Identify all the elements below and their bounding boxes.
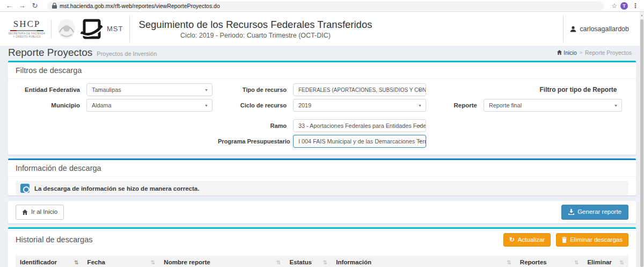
- generate-report-button[interactable]: Generar reporte: [561, 205, 628, 220]
- programa-value: I 004 FAIS Municipal y de las Demarcacio…: [298, 138, 426, 145]
- browser-avatar[interactable]: T: [620, 2, 628, 10]
- chevron-down-icon: ▼: [418, 104, 422, 107]
- bookmark-star-icon[interactable]: ☆: [611, 2, 617, 10]
- programa-select[interactable]: I 004 FAIS Municipal y de las Demarcacio…: [293, 135, 426, 148]
- filters-column-right: Filtro por tipo de Reporte Reporte Repor…: [433, 83, 644, 150]
- eagle-seal-icon: [56, 18, 77, 40]
- sort-icon: ⇅: [574, 259, 579, 265]
- header-divider: [129, 16, 130, 42]
- site-header: SHCP SECRETARÍA DE HACIENDA Y CRÉDITO PÚ…: [0, 12, 644, 46]
- trash-icon: [562, 237, 567, 243]
- column-header-informacion[interactable]: Información ⇅: [332, 256, 516, 267]
- mst-logo: MST: [80, 18, 123, 40]
- download-info-panel: Información de descarga La descarga de i…: [8, 158, 636, 196]
- scrollbar-up-icon[interactable]: ▲: [640, 12, 644, 17]
- column-header-eliminar[interactable]: Eliminar ⇅: [583, 256, 628, 267]
- breadcrumb-home-link[interactable]: Inicio: [557, 49, 577, 56]
- entidad-select[interactable]: Tamaulipas ▼: [86, 83, 213, 96]
- sort-icon: ⇅: [74, 259, 78, 265]
- ramo-label: Ramo: [218, 122, 293, 129]
- breadcrumb-current: Reporte Proyectos: [585, 49, 632, 56]
- column-header-identificador[interactable]: Identificador ⇅: [16, 256, 83, 267]
- breadcrumb-home-label: Inicio: [564, 49, 577, 56]
- shcp-logo-caption: SECRETARÍA DE HACIENDA Y CRÉDITO PÚBLICO: [8, 32, 46, 39]
- filters-panel: Filtros de descarga Entidad Federativa T…: [8, 61, 636, 155]
- ramo-value: 33 - Aportaciones Federales para Entidad…: [298, 122, 426, 129]
- sort-icon: ⇅: [507, 259, 511, 265]
- column-header-nombre-reporte[interactable]: Nombre reporte ⇅: [159, 256, 285, 267]
- download-info-heading: Información de descarga: [8, 160, 636, 177]
- column-header-fecha[interactable]: Fecha ⇅: [83, 256, 160, 267]
- username: carlosagallardob: [580, 25, 629, 33]
- breadcrumb: Inicio > Reporte Proyectos: [557, 49, 636, 56]
- user-icon: [570, 26, 576, 32]
- download-history-panel: Historial de descargas ↻ Actualizar Elim…: [8, 227, 636, 267]
- forward-icon[interactable]: →: [17, 2, 27, 9]
- tipo-recurso-value: FEDERALES (APORTACIONES, SUBSIDIOS Y CON…: [298, 87, 426, 93]
- browser-toolbar: ← → ↻ mst.hacienda.gob.mx/rft-web/report…: [0, 0, 644, 12]
- chevron-down-icon: ▼: [204, 88, 208, 92]
- home-icon: [557, 50, 562, 55]
- go-home-label: Ir al Inicio: [31, 209, 57, 215]
- scrollbar-thumb[interactable]: [640, 19, 643, 267]
- sort-icon: ⇅: [323, 259, 327, 265]
- reporte-select[interactable]: Reporte final ▼: [484, 99, 622, 112]
- download-icon: [568, 209, 574, 215]
- address-bar[interactable]: mst.hacienda.gob.mx/rft-web/reportes/vie…: [47, 2, 604, 10]
- page-head: Reporte Proyectos Proyectos de Inversión…: [0, 46, 644, 59]
- refresh-button[interactable]: ↻ Actualizar: [503, 233, 551, 247]
- filters-heading: Filtros de descarga: [8, 62, 636, 79]
- go-home-button[interactable]: Ir al Inicio: [16, 205, 64, 220]
- shcp-logo-text: SHCP: [13, 19, 41, 30]
- shcp-logo: SHCP SECRETARÍA DE HACIENDA Y CRÉDITO PÚ…: [8, 19, 46, 39]
- alert-message: La descarga de información se hizo de ma…: [34, 185, 199, 192]
- programa-label: Programa Presupuestario: [218, 138, 293, 145]
- delete-downloads-label: Eliminar descargas: [570, 237, 623, 243]
- info-icon: [20, 184, 30, 193]
- browser-menu-icon[interactable]: ⋮: [631, 2, 640, 10]
- refresh-label: Actualizar: [518, 237, 545, 243]
- app-title: Seguimiento de los Recursos Federales Tr…: [138, 19, 372, 31]
- chevron-down-icon: ▼: [614, 104, 618, 107]
- ciclo-recurso-select[interactable]: 2019 ▼: [293, 99, 426, 112]
- back-icon[interactable]: ←: [4, 2, 14, 9]
- entidad-label: Entidad Federativa: [11, 86, 86, 93]
- filters-column-left: Entidad Federativa Tamaulipas ▼ Municipi…: [11, 83, 218, 150]
- ramo-select[interactable]: 33 - Aportaciones Federales para Entidad…: [293, 119, 426, 132]
- header-divider: [563, 16, 564, 42]
- delete-downloads-button[interactable]: Eliminar descargas: [556, 233, 628, 247]
- downloads-table: Identificador ⇅ Fecha ⇅ Nombre reporte ⇅…: [16, 256, 628, 267]
- reporte-label: Reporte: [433, 102, 484, 109]
- breadcrumb-separator: >: [580, 50, 582, 55]
- municipio-select[interactable]: Aldama ▼: [86, 99, 213, 112]
- column-header-estatus[interactable]: Estatus ⇅: [285, 256, 332, 267]
- generate-report-label: Generar reporte: [577, 209, 621, 215]
- actions-panel: Ir al Inicio Generar reporte: [8, 201, 636, 223]
- chevron-down-icon: ▼: [418, 124, 422, 128]
- reload-icon[interactable]: ↻: [30, 2, 40, 9]
- entidad-value: Tamaulipas: [92, 86, 121, 93]
- download-success-alert: La descarga de información se hizo de ma…: [16, 181, 628, 196]
- page-subtitle: Proyectos de Inversión: [97, 50, 157, 57]
- ciclo-recurso-label: Ciclo de recurso: [218, 102, 293, 109]
- app-title-block: Seguimiento de los Recursos Federales Tr…: [138, 19, 372, 39]
- ciclo-recurso-value: 2019: [298, 102, 311, 109]
- sort-icon: ⇅: [276, 259, 281, 265]
- home-icon: [22, 210, 28, 215]
- tipo-recurso-label: Tipo de recurso: [218, 86, 293, 93]
- app-subtitle: Ciclo: 2019 - Periodo: Cuarto Trimestre …: [180, 32, 331, 39]
- chevron-down-icon: ▼: [204, 104, 208, 107]
- sort-icon: ⇅: [151, 259, 155, 265]
- tipo-recurso-select[interactable]: FEDERALES (APORTACIONES, SUBSIDIOS Y CON…: [293, 83, 426, 96]
- page-scrollbar[interactable]: ▲: [640, 12, 644, 267]
- chevron-down-icon: ▼: [418, 140, 422, 143]
- user-menu[interactable]: carlosagallardob: [570, 25, 636, 33]
- page-title: Reporte Proyectos: [8, 47, 92, 59]
- table-header-row: Identificador ⇅ Fecha ⇅ Nombre reporte ⇅…: [16, 256, 628, 267]
- reporte-value: Reporte final: [489, 102, 522, 109]
- mst-logo-label: MST: [107, 25, 123, 33]
- history-heading: Historial de descargas: [16, 235, 92, 244]
- sort-icon: ⇅: [620, 259, 624, 265]
- column-header-reportes[interactable]: Reportes ⇅: [516, 256, 583, 267]
- filters-column-middle: Tipo de recurso FEDERALES (APORTACIONES,…: [218, 83, 433, 150]
